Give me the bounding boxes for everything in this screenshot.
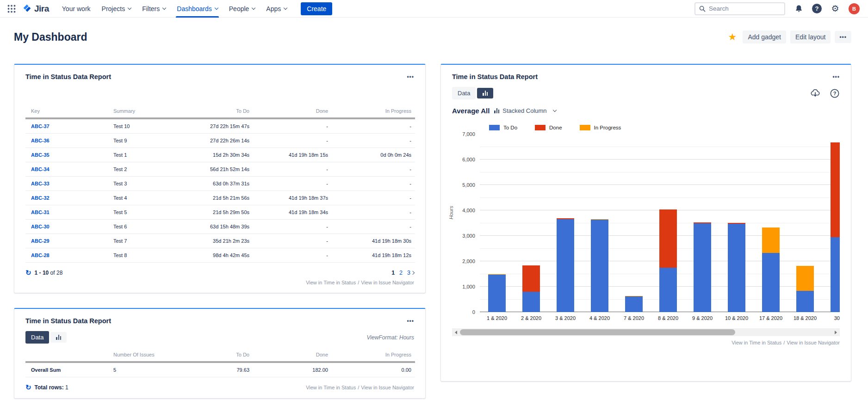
chart-type-dropdown[interactable]: Stacked Column xyxy=(494,107,556,114)
view-link[interactable]: View in Time in Status xyxy=(732,340,781,345)
issue-done: 41d 19h 18m 37s xyxy=(253,191,332,205)
sum-inprogress: 0.00 xyxy=(332,362,415,377)
nav-item-apps[interactable]: Apps xyxy=(260,0,292,18)
issue-todo: 63d 0h 37m 31s xyxy=(191,177,253,191)
stacked-bar[interactable] xyxy=(591,219,608,312)
bar-segment-to-do[interactable] xyxy=(522,292,540,312)
stacked-bar[interactable] xyxy=(728,223,745,312)
scroll-left-arrow[interactable] xyxy=(452,328,460,336)
issue-summary: Test 8 xyxy=(108,248,191,263)
favorite-star-icon[interactable]: ★ xyxy=(728,31,737,43)
help-circle-icon[interactable]: ? xyxy=(830,88,840,98)
issue-key-link[interactable]: ABC-30 xyxy=(31,224,50,229)
issue-key-link[interactable]: ABC-29 xyxy=(31,238,50,244)
nav-item-label: Your work xyxy=(62,5,91,12)
issue-summary: Test 1 xyxy=(108,148,191,162)
gadget-more-icon[interactable]: ••• xyxy=(832,74,840,80)
nav-item-projects[interactable]: Projects xyxy=(96,0,137,18)
dashboard-more-button[interactable]: ••• xyxy=(835,31,851,43)
bar-segment-to-do[interactable] xyxy=(796,291,814,312)
edit-layout-button[interactable]: Edit layout xyxy=(790,31,831,43)
bar-segment-to-do[interactable] xyxy=(831,237,840,312)
refresh-icon[interactable]: ↻ xyxy=(25,269,31,276)
view-link[interactable]: View in Issue Navigator xyxy=(361,385,414,390)
nav-item-your-work[interactable]: Your work xyxy=(56,0,96,18)
bar-segment-done[interactable] xyxy=(522,265,540,292)
dashboard-header: My Dashboard ★ Add gadget Edit layout ••… xyxy=(0,18,868,56)
issue-inprogress: - xyxy=(332,205,415,220)
chart-horizontal-scrollbar[interactable] xyxy=(452,328,840,336)
user-avatar[interactable]: B xyxy=(849,3,860,14)
stacked-bar[interactable] xyxy=(488,274,506,312)
stacked-bar[interactable] xyxy=(557,218,574,312)
bar-segment-in-progress[interactable] xyxy=(796,266,814,291)
issue-row: ABC-36Test 927d 22h 26m 14s-- xyxy=(25,134,415,148)
page-2[interactable]: 2 xyxy=(399,270,403,276)
gadget-more-icon[interactable]: ••• xyxy=(407,318,414,324)
view-link[interactable]: View in Time in Status xyxy=(306,280,356,285)
bar-segment-done[interactable] xyxy=(831,142,840,238)
bar-segment-to-do[interactable] xyxy=(659,268,677,312)
nav-item-filters[interactable]: Filters xyxy=(136,0,171,18)
stacked-bar[interactable] xyxy=(796,266,814,312)
scrollbar-thumb[interactable] xyxy=(460,329,735,335)
bar-segment-to-do[interactable] xyxy=(488,275,506,312)
search-box[interactable] xyxy=(694,2,785,15)
add-gadget-button[interactable]: Add gadget xyxy=(743,31,786,43)
issue-key-link[interactable]: ABC-36 xyxy=(31,138,50,143)
page-1[interactable]: 1 xyxy=(391,270,395,276)
chart-bar-slot xyxy=(822,134,840,312)
issue-key-link[interactable]: ABC-28 xyxy=(31,252,50,258)
stacked-bar[interactable] xyxy=(625,296,643,312)
create-button[interactable]: Create xyxy=(301,2,332,15)
stacked-bar[interactable] xyxy=(762,227,780,312)
settings-button[interactable]: ⚙ xyxy=(830,3,841,14)
x-tick-label: 8 & 2020 xyxy=(651,315,685,321)
scroll-right-arrow[interactable] xyxy=(832,328,840,336)
tab-data[interactable]: Data xyxy=(452,87,476,99)
issue-todo: 98d 4h 42m 45s xyxy=(191,248,253,263)
issue-key-link[interactable]: ABC-34 xyxy=(31,166,50,172)
link-separator: / xyxy=(358,385,359,390)
refresh-icon[interactable]: ↻ xyxy=(25,384,31,391)
chevron-down-icon xyxy=(162,6,166,10)
view-link[interactable]: View in Time in Status xyxy=(306,385,356,390)
bar-segment-to-do[interactable] xyxy=(625,296,643,312)
bar-chart-icon xyxy=(494,108,499,113)
chart-plot xyxy=(480,134,840,312)
issue-key-link[interactable]: ABC-32 xyxy=(31,195,50,201)
pagination-next-button[interactable] xyxy=(411,271,414,274)
tab-chart[interactable] xyxy=(477,88,493,98)
bar-segment-done[interactable] xyxy=(659,209,677,268)
nav-item-dashboards[interactable]: Dashboards xyxy=(171,0,223,18)
help-button[interactable]: ? xyxy=(812,4,822,13)
app-switcher-icon[interactable] xyxy=(6,3,18,15)
view-link[interactable]: View in Issue Navigator xyxy=(787,340,840,345)
gadget-more-icon[interactable]: ••• xyxy=(407,74,414,80)
search-input[interactable] xyxy=(709,5,774,12)
bar-segment-to-do[interactable] xyxy=(762,253,780,312)
tab-data[interactable]: Data xyxy=(25,331,49,344)
bar-segment-to-do[interactable] xyxy=(591,220,608,312)
issue-key-link[interactable]: ABC-37 xyxy=(31,123,50,129)
view-link[interactable]: View in Issue Navigator xyxy=(361,280,414,285)
download-cloud-icon[interactable] xyxy=(810,88,820,98)
legend-swatch xyxy=(489,125,500,130)
page-3[interactable]: 3 xyxy=(407,270,410,276)
y-tick-label: 5,000 xyxy=(462,182,475,188)
bar-segment-in-progress[interactable] xyxy=(762,227,780,253)
stacked-bar[interactable] xyxy=(694,222,711,312)
issue-key-link[interactable]: ABC-31 xyxy=(31,209,50,215)
tab-chart[interactable] xyxy=(50,332,67,343)
bar-segment-to-do[interactable] xyxy=(728,224,745,312)
bar-segment-to-do[interactable] xyxy=(557,219,574,312)
nav-item-people[interactable]: People xyxy=(223,0,261,18)
stacked-bar[interactable] xyxy=(659,209,677,312)
stacked-bar[interactable] xyxy=(831,142,840,312)
notifications-button[interactable] xyxy=(793,3,804,14)
bar-segment-to-do[interactable] xyxy=(694,223,711,312)
issue-key-link[interactable]: ABC-33 xyxy=(31,181,50,186)
issue-key-link[interactable]: ABC-35 xyxy=(31,152,50,158)
jira-logo[interactable]: Jira xyxy=(20,4,54,14)
stacked-bar[interactable] xyxy=(522,265,540,312)
